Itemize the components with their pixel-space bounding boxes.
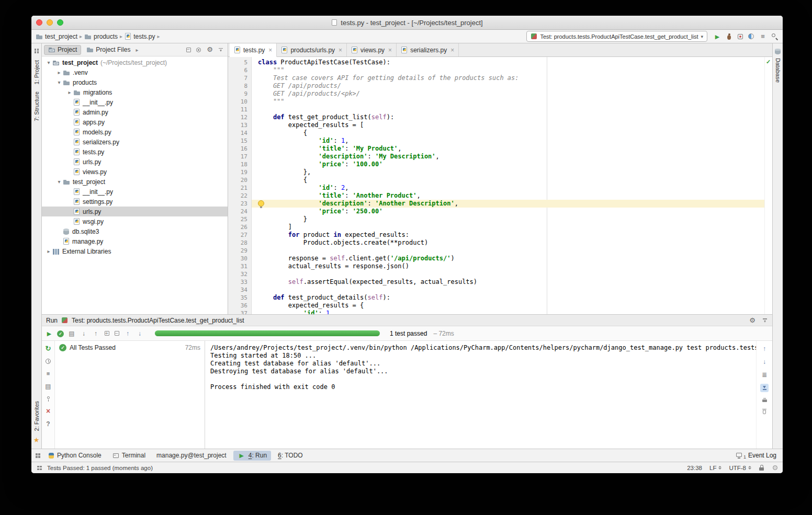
tree-item-urls-py[interactable]: urls.py (42, 207, 228, 216)
sort-up-icon[interactable] (92, 329, 100, 338)
tool-strip-button-2-favorites[interactable]: 2: Favorites (33, 401, 40, 431)
code-editor[interactable]: class ProductApiTestCase(TestCase): """ … (252, 57, 764, 314)
tree-item-models-py[interactable]: models.py (42, 127, 228, 137)
gear-icon[interactable] (206, 45, 214, 54)
stop-icon[interactable] (44, 369, 52, 377)
toolwindow-button-manage-py-test-project[interactable]: manage.py@test_project (152, 451, 231, 461)
indicator-icon[interactable] (772, 465, 778, 471)
editor-gutter[interactable]: 5678910111213141516171819202122232425262… (228, 57, 252, 314)
pin-icon[interactable] (45, 395, 51, 402)
sort-down-icon[interactable] (80, 329, 88, 338)
import-icon[interactable] (44, 382, 52, 391)
project-panel-tab-project[interactable]: Project (44, 45, 81, 55)
tree-item-init-py[interactable]: __init__.py (42, 97, 228, 107)
tree-item-apps-py[interactable]: apps.py (42, 117, 228, 127)
up-icon[interactable] (123, 329, 132, 338)
target-icon[interactable] (195, 47, 202, 53)
breadcrumb-item-test-project[interactable]: test_project (36, 33, 77, 40)
gear-icon[interactable] (748, 316, 757, 325)
tree-item-tests-py[interactable]: tests.py (42, 147, 228, 157)
hide-icon[interactable] (218, 47, 224, 53)
print-icon[interactable] (761, 397, 768, 403)
search-icon[interactable] (771, 32, 779, 40)
tree-item-db-sqlite3[interactable]: db.sqlite3 (42, 226, 228, 236)
tree-item-views-py[interactable]: views.py (42, 167, 228, 177)
lock-icon[interactable] (759, 464, 764, 471)
star-icon[interactable] (32, 436, 41, 444)
database-icon[interactable] (774, 48, 781, 55)
close-button[interactable] (36, 19, 42, 26)
project-tree[interactable]: ▾test_project(~/Projects/test_project)▸.… (42, 56, 228, 314)
line-ending-selector[interactable]: LF (709, 465, 721, 471)
close-icon[interactable] (44, 407, 52, 415)
tree-item-urls-py[interactable]: urls.py (42, 157, 228, 167)
event-log-button[interactable]: 1Event Log (736, 451, 780, 460)
tree-item-wsgi-py[interactable]: wsgi.py (42, 216, 228, 226)
tool-strip-button-7-structure[interactable]: 7: Structure (33, 91, 40, 121)
down-icon[interactable] (760, 358, 769, 366)
collapse-icon[interactable] (114, 330, 120, 337)
chevron-right-icon[interactable]: ▸ (45, 248, 52, 254)
tree-item-migrations[interactable]: ▸migrations (42, 87, 228, 97)
editor-tab-views-py[interactable]: views.py× (347, 43, 397, 56)
expand-icon[interactable] (104, 330, 110, 337)
toolwindow-button-run[interactable]: 4: Run (233, 451, 271, 461)
editor-tab-tests-py[interactable]: tests.py× (230, 43, 277, 57)
scrollend-icon[interactable] (760, 384, 769, 392)
run-console[interactable]: /Users/andrey/Projects/test_project/.ven… (205, 341, 756, 449)
editor-tab-products-urls-py[interactable]: products/urls.py× (277, 43, 347, 56)
tree-item-admin-py[interactable]: admin.py (42, 107, 228, 117)
close-tab-icon[interactable]: × (339, 47, 342, 54)
lines-icon[interactable] (759, 32, 767, 41)
close-tab-icon[interactable]: × (268, 47, 272, 54)
tree-item-serializers-py[interactable]: serializers.py (42, 137, 228, 147)
doc-icon[interactable] (67, 329, 76, 338)
tool-strip-button-1-project[interactable]: 1: Project (33, 60, 40, 84)
toolwindow-button-python-console[interactable]: Python Console (43, 451, 106, 461)
intention-bulb-icon[interactable] (258, 200, 264, 207)
project-panel-tab-project-files[interactable]: Project Files (83, 45, 134, 55)
tree-item-external-libraries[interactable]: ▸External Libraries (42, 246, 228, 256)
toolwindow-button-terminal[interactable]: Terminal (108, 451, 150, 461)
encoding-selector[interactable]: UTF-8 (729, 465, 751, 471)
softwrap-icon[interactable] (760, 371, 769, 379)
tree-item-products[interactable]: ▾products (42, 77, 228, 87)
hide-icon[interactable] (762, 317, 768, 324)
toolwindow-button-todo[interactable]: 6: TODO (274, 451, 307, 461)
chevron-down-icon[interactable]: ▾ (45, 60, 52, 65)
tree-item-test-project[interactable]: ▾test_project (42, 177, 228, 187)
tree-item-test-project[interactable]: ▾test_project(~/Projects/test_project) (42, 58, 228, 67)
rerun-ok-icon[interactable] (57, 330, 64, 337)
close-tab-icon[interactable]: × (388, 47, 392, 54)
debug-bug-icon[interactable] (726, 33, 732, 40)
breadcrumb-item-products[interactable]: products (84, 33, 118, 40)
toolwindow-toggle-icon[interactable] (36, 465, 42, 471)
play-icon[interactable] (45, 329, 53, 338)
up-icon[interactable] (760, 345, 769, 353)
run-config-selector[interactable]: Test: products.tests.ProductApiTestCase.… (526, 31, 707, 42)
breadcrumb-item-tests-py[interactable]: tests.py (125, 32, 155, 40)
editor-scrollbar[interactable]: ✓ (764, 57, 772, 314)
grid-icon[interactable] (35, 452, 41, 459)
clock-icon[interactable] (45, 358, 52, 364)
play-icon[interactable] (713, 32, 721, 41)
editor-tab-serializers-py[interactable]: serializers.py× (397, 43, 459, 56)
close-tab-icon[interactable]: × (450, 47, 454, 54)
grid-icon[interactable] (33, 48, 40, 54)
tree-item-init-py[interactable]: __init__.py (42, 187, 228, 197)
chevron-right-icon[interactable]: ▸ (136, 47, 138, 53)
tree-item-settings-py[interactable]: settings.py (42, 197, 228, 207)
clear-icon[interactable] (761, 408, 768, 415)
minimize-button[interactable] (47, 19, 53, 26)
tree-item-venv[interactable]: ▸.venv (42, 67, 228, 77)
collapse-icon[interactable] (185, 47, 191, 53)
chevron-down-icon[interactable]: ▾ (55, 179, 63, 185)
chevron-right-icon[interactable]: ▸ (66, 89, 73, 95)
profiler-icon[interactable] (748, 33, 754, 40)
test-result-root[interactable]: All Tests Passed 72ms (55, 342, 205, 353)
chevron-down-icon[interactable]: ▾ (55, 79, 63, 85)
down-icon[interactable] (136, 329, 144, 338)
help-icon[interactable] (44, 420, 52, 428)
tool-strip-button-database[interactable]: Database (775, 58, 781, 83)
chevron-right-icon[interactable]: ▸ (55, 70, 63, 75)
